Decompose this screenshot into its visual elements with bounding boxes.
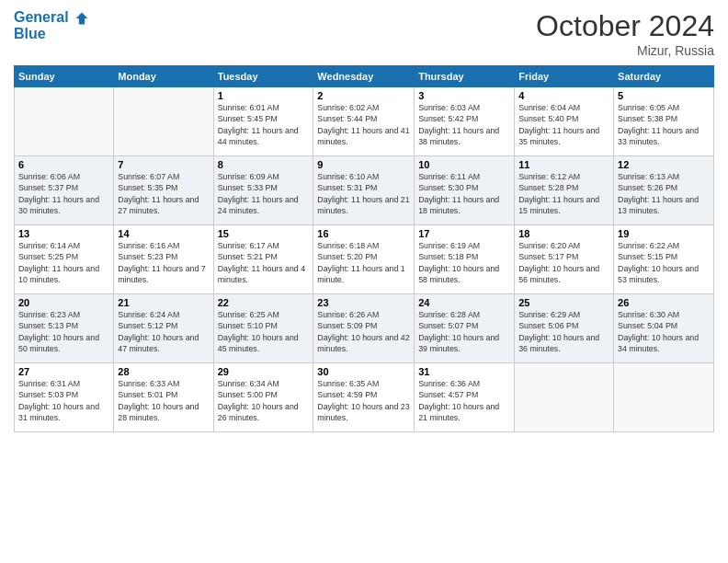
- day-number: 3: [418, 90, 510, 101]
- day-number: 29: [218, 366, 310, 377]
- day-number: 27: [18, 366, 109, 377]
- day-info: Sunrise: 6:35 AM Sunset: 4:59 PM Dayligh…: [317, 378, 410, 423]
- day-info: Sunrise: 6:07 AM Sunset: 5:35 PM Dayligh…: [118, 171, 209, 216]
- day-number: 30: [317, 366, 410, 377]
- col-wednesday: Wednesday: [313, 66, 415, 87]
- table-row: 5Sunrise: 6:05 AM Sunset: 5:38 PM Daylig…: [614, 87, 714, 156]
- table-row: 8Sunrise: 6:09 AM Sunset: 5:33 PM Daylig…: [213, 156, 313, 225]
- col-saturday: Saturday: [614, 66, 714, 87]
- table-row: 9Sunrise: 6:10 AM Sunset: 5:31 PM Daylig…: [313, 156, 415, 225]
- logo-blue: Blue: [14, 26, 89, 42]
- calendar-row-0: 1Sunrise: 6:01 AM Sunset: 5:45 PM Daylig…: [15, 87, 714, 156]
- day-number: 13: [18, 228, 109, 239]
- day-info: Sunrise: 6:02 AM Sunset: 5:44 PM Dayligh…: [317, 102, 410, 147]
- day-number: 18: [518, 228, 609, 239]
- col-sunday: Sunday: [15, 66, 114, 87]
- day-number: 28: [118, 366, 209, 377]
- table-row: 7Sunrise: 6:07 AM Sunset: 5:35 PM Daylig…: [114, 156, 213, 225]
- day-number: 26: [618, 297, 710, 308]
- day-number: 15: [218, 228, 310, 239]
- table-row: 18Sunrise: 6:20 AM Sunset: 5:17 PM Dayli…: [515, 225, 614, 294]
- day-info: Sunrise: 6:28 AM Sunset: 5:07 PM Dayligh…: [418, 309, 510, 354]
- day-info: Sunrise: 6:25 AM Sunset: 5:10 PM Dayligh…: [218, 309, 310, 354]
- day-number: 5: [618, 90, 710, 101]
- table-row: 31Sunrise: 6:36 AM Sunset: 4:57 PM Dayli…: [415, 363, 515, 432]
- day-info: Sunrise: 6:19 AM Sunset: 5:18 PM Dayligh…: [418, 240, 510, 285]
- table-row: 19Sunrise: 6:22 AM Sunset: 5:15 PM Dayli…: [614, 225, 714, 294]
- table-row: 3Sunrise: 6:03 AM Sunset: 5:42 PM Daylig…: [415, 87, 515, 156]
- table-row: [614, 363, 714, 432]
- day-info: Sunrise: 6:22 AM Sunset: 5:15 PM Dayligh…: [618, 240, 710, 285]
- day-info: Sunrise: 6:10 AM Sunset: 5:31 PM Dayligh…: [317, 171, 410, 216]
- table-row: 24Sunrise: 6:28 AM Sunset: 5:07 PM Dayli…: [415, 294, 515, 363]
- col-thursday: Thursday: [415, 66, 515, 87]
- table-row: 26Sunrise: 6:30 AM Sunset: 5:04 PM Dayli…: [614, 294, 714, 363]
- table-row: 21Sunrise: 6:24 AM Sunset: 5:12 PM Dayli…: [114, 294, 213, 363]
- table-row: 13Sunrise: 6:14 AM Sunset: 5:25 PM Dayli…: [15, 225, 114, 294]
- day-number: 21: [118, 297, 209, 308]
- day-info: Sunrise: 6:13 AM Sunset: 5:26 PM Dayligh…: [618, 171, 710, 216]
- day-info: Sunrise: 6:03 AM Sunset: 5:42 PM Dayligh…: [418, 102, 510, 147]
- table-row: 15Sunrise: 6:17 AM Sunset: 5:21 PM Dayli…: [213, 225, 313, 294]
- day-info: Sunrise: 6:17 AM Sunset: 5:21 PM Dayligh…: [218, 240, 310, 285]
- day-info: Sunrise: 6:05 AM Sunset: 5:38 PM Dayligh…: [618, 102, 710, 147]
- day-number: 14: [118, 228, 209, 239]
- page: General Blue October 2024 Mizur, Russia …: [0, 0, 728, 563]
- table-row: 1Sunrise: 6:01 AM Sunset: 5:45 PM Daylig…: [213, 87, 313, 156]
- location: Mizur, Russia: [536, 43, 714, 58]
- day-number: 19: [618, 228, 710, 239]
- day-info: Sunrise: 6:14 AM Sunset: 5:25 PM Dayligh…: [18, 240, 109, 285]
- table-row: 4Sunrise: 6:04 AM Sunset: 5:40 PM Daylig…: [515, 87, 614, 156]
- day-info: Sunrise: 6:01 AM Sunset: 5:45 PM Dayligh…: [218, 102, 310, 147]
- table-row: 2Sunrise: 6:02 AM Sunset: 5:44 PM Daylig…: [313, 87, 415, 156]
- table-row: 11Sunrise: 6:12 AM Sunset: 5:28 PM Dayli…: [515, 156, 614, 225]
- day-info: Sunrise: 6:30 AM Sunset: 5:04 PM Dayligh…: [618, 309, 710, 354]
- day-info: Sunrise: 6:04 AM Sunset: 5:40 PM Dayligh…: [518, 102, 609, 147]
- table-row: 17Sunrise: 6:19 AM Sunset: 5:18 PM Dayli…: [415, 225, 515, 294]
- day-info: Sunrise: 6:09 AM Sunset: 5:33 PM Dayligh…: [218, 171, 310, 216]
- header: General Blue October 2024 Mizur, Russia: [14, 9, 714, 58]
- calendar: Sunday Monday Tuesday Wednesday Thursday…: [14, 65, 714, 432]
- calendar-row-3: 20Sunrise: 6:23 AM Sunset: 5:13 PM Dayli…: [15, 294, 714, 363]
- day-number: 22: [218, 297, 310, 308]
- table-row: 23Sunrise: 6:26 AM Sunset: 5:09 PM Dayli…: [313, 294, 415, 363]
- day-info: Sunrise: 6:26 AM Sunset: 5:09 PM Dayligh…: [317, 309, 410, 354]
- table-row: 29Sunrise: 6:34 AM Sunset: 5:00 PM Dayli…: [213, 363, 313, 432]
- day-number: 10: [418, 159, 510, 170]
- svg-marker-0: [76, 12, 88, 24]
- day-number: 7: [118, 159, 209, 170]
- day-number: 2: [317, 90, 410, 101]
- table-row: 16Sunrise: 6:18 AM Sunset: 5:20 PM Dayli…: [313, 225, 415, 294]
- table-row: [515, 363, 614, 432]
- table-row: 28Sunrise: 6:33 AM Sunset: 5:01 PM Dayli…: [114, 363, 213, 432]
- table-row: 25Sunrise: 6:29 AM Sunset: 5:06 PM Dayli…: [515, 294, 614, 363]
- day-number: 24: [418, 297, 510, 308]
- day-number: 12: [618, 159, 710, 170]
- day-info: Sunrise: 6:16 AM Sunset: 5:23 PM Dayligh…: [118, 240, 209, 285]
- logo-text: General: [14, 9, 89, 26]
- day-info: Sunrise: 6:12 AM Sunset: 5:28 PM Dayligh…: [518, 171, 609, 216]
- day-number: 17: [418, 228, 510, 239]
- table-row: 6Sunrise: 6:06 AM Sunset: 5:37 PM Daylig…: [15, 156, 114, 225]
- day-info: Sunrise: 6:20 AM Sunset: 5:17 PM Dayligh…: [518, 240, 609, 285]
- day-number: 20: [18, 297, 109, 308]
- calendar-row-1: 6Sunrise: 6:06 AM Sunset: 5:37 PM Daylig…: [15, 156, 714, 225]
- table-row: 22Sunrise: 6:25 AM Sunset: 5:10 PM Dayli…: [213, 294, 313, 363]
- title-section: October 2024 Mizur, Russia: [536, 9, 714, 58]
- day-number: 9: [317, 159, 410, 170]
- month-title: October 2024: [536, 9, 714, 43]
- day-info: Sunrise: 6:36 AM Sunset: 4:57 PM Dayligh…: [418, 378, 510, 423]
- day-number: 8: [218, 159, 310, 170]
- day-info: Sunrise: 6:23 AM Sunset: 5:13 PM Dayligh…: [18, 309, 109, 354]
- day-number: 16: [317, 228, 410, 239]
- day-number: 6: [18, 159, 109, 170]
- table-row: [15, 87, 114, 156]
- table-row: 12Sunrise: 6:13 AM Sunset: 5:26 PM Dayli…: [614, 156, 714, 225]
- table-row: 14Sunrise: 6:16 AM Sunset: 5:23 PM Dayli…: [114, 225, 213, 294]
- day-info: Sunrise: 6:29 AM Sunset: 5:06 PM Dayligh…: [518, 309, 609, 354]
- logo-icon: [74, 11, 89, 26]
- calendar-row-4: 27Sunrise: 6:31 AM Sunset: 5:03 PM Dayli…: [15, 363, 714, 432]
- day-number: 23: [317, 297, 410, 308]
- col-tuesday: Tuesday: [213, 66, 313, 87]
- day-info: Sunrise: 6:06 AM Sunset: 5:37 PM Dayligh…: [18, 171, 109, 216]
